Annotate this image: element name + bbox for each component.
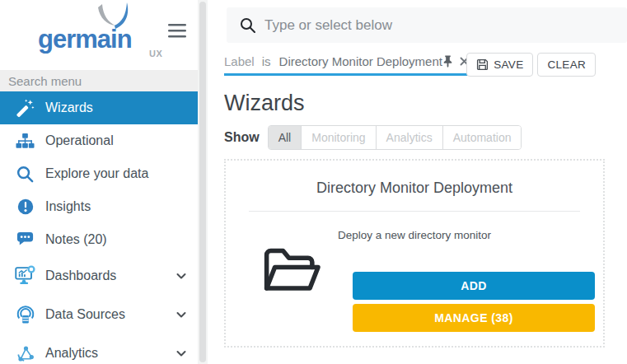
chevron-down-icon[interactable] (175, 347, 188, 360)
filter-value: Directory Monitor Deployment (279, 54, 442, 68)
sitemap-icon (15, 131, 35, 151)
sidebar-item-notes[interactable]: Notes (20) (0, 223, 198, 256)
sidebar: germain UX (0, 0, 198, 364)
sidebar-item-label: Operational (45, 133, 114, 148)
tab-monitoring[interactable]: Monitoring (302, 126, 376, 149)
sidebar-item-operational[interactable]: Operational (0, 124, 198, 157)
save-icon (476, 58, 489, 71)
logo: germain UX (0, 0, 198, 70)
sidebar-item-label: Data Sources (45, 307, 125, 322)
sidebar-item-analytics[interactable]: Analytics (0, 334, 198, 364)
filter-chip[interactable]: Label is Directory Monitor Deployment (224, 51, 474, 76)
logo-sub-text: UX (149, 49, 162, 58)
sidebar-item-dashboards[interactable]: Dashboards (0, 256, 198, 295)
clear-button-label: CLEAR (547, 58, 586, 71)
search-icon (240, 17, 255, 33)
sidebar-item-label: Insights (45, 199, 91, 214)
global-search-input[interactable] (264, 17, 578, 34)
manage-button[interactable]: MANAGE (38) (353, 304, 595, 332)
card-divider (249, 211, 580, 212)
logo-text: germain (38, 25, 132, 54)
dashboard-icon (15, 266, 35, 286)
show-label: Show (224, 130, 260, 145)
scrollbar-thumb[interactable] (199, 2, 206, 362)
sidebar-item-insights[interactable]: Insights (0, 190, 198, 223)
save-button[interactable]: SAVE (466, 53, 533, 77)
analytics-icon (15, 343, 35, 363)
filter-row: Label is Directory Monitor Deployment (224, 51, 627, 77)
hamburger-menu-icon[interactable] (168, 23, 187, 42)
sidebar-search-input[interactable] (0, 70, 198, 91)
wizard-card-description: Deploy a new directory monitor (226, 229, 603, 241)
sidebar-item-label: Explore your data (45, 166, 148, 181)
database-icon (15, 305, 35, 324)
chevron-down-icon[interactable] (175, 308, 188, 321)
sidebar-item-label: Dashboards (45, 268, 116, 283)
main-content: Label is Directory Monitor Deployment (208, 0, 627, 364)
alert-circle-icon (15, 197, 35, 217)
chevron-down-icon[interactable] (175, 269, 188, 282)
sidebar-scrollbar[interactable] (198, 0, 208, 364)
magic-wand-icon (15, 98, 35, 118)
app-window: germain UX (0, 0, 627, 364)
show-filter-row: Show All Monitoring Analytics Automation (224, 125, 522, 150)
clear-button[interactable]: CLEAR (537, 53, 596, 77)
add-button[interactable]: ADD (353, 272, 595, 300)
sidebar-item-label: Wizards (45, 100, 93, 115)
search-icon (15, 164, 35, 184)
tab-analytics[interactable]: Analytics (377, 126, 443, 149)
filter-operator: is (262, 54, 271, 68)
sidebar-item-explore-your-data[interactable]: Explore your data (0, 157, 198, 190)
wizard-card: Directory Monitor Deployment Deploy a ne… (224, 159, 605, 348)
tab-automation[interactable]: Automation (443, 126, 522, 149)
category-tabs: All Monitoring Analytics Automation (268, 125, 522, 150)
wizard-card-actions: ADD MANAGE (38) (353, 272, 595, 332)
sidebar-item-data-sources[interactable]: Data Sources (0, 295, 198, 334)
wizard-card-title: Directory Monitor Deployment (226, 180, 603, 197)
sidebar-menu: Wizards Operational (0, 91, 198, 364)
sidebar-item-label: Analytics (45, 346, 98, 361)
page-title: Wizards (224, 91, 305, 116)
tab-all[interactable]: All (269, 126, 302, 149)
sidebar-item-label: Notes (20) (45, 232, 107, 247)
sidebar-item-wizards[interactable]: Wizards (0, 91, 198, 124)
global-search-bar[interactable] (227, 7, 627, 43)
chat-bubble-icon (15, 230, 35, 250)
open-folder-icon (262, 246, 321, 297)
filter-field: Label (224, 54, 255, 68)
save-button-label: SAVE (494, 58, 523, 71)
pin-icon[interactable] (442, 55, 453, 68)
filter-buttons: SAVE CLEAR (466, 53, 596, 77)
